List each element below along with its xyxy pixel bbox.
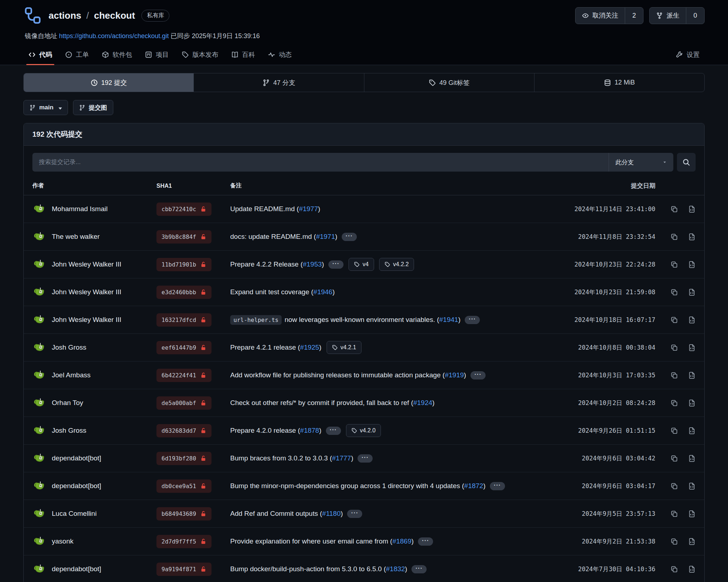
commit-message-text[interactable]: docs: update README.md ( [230,233,316,241]
author-name-link[interactable]: John Wesley Walker III [52,288,121,296]
copy-sha-button[interactable] [670,510,678,518]
author-name-link[interactable]: Orhan Toy [52,399,83,407]
tab-settings[interactable]: 设置 [671,47,705,65]
copy-sha-button[interactable] [670,455,678,462]
author-name-link[interactable]: dependabot[bot] [52,565,101,573]
tag-v4.2.2[interactable]: v4.2.2 [379,258,414,271]
stat-size[interactable]: 12 MiB [534,73,704,92]
view-files-at-commit-button[interactable] [688,455,696,462]
commit-message-text[interactable]: Prepare 4.2.2 Release ( [230,260,303,268]
commit-sha-button[interactable]: 2d7d9f7ff5 [156,535,211,548]
repo-name-link[interactable]: checkout [94,10,135,21]
expand-message-button[interactable]: ··· [418,537,433,546]
tab-projects[interactable]: 项目 [140,47,174,65]
author-name-link[interactable]: Josh Gross [52,427,86,435]
view-files-at-commit-button[interactable] [688,427,696,435]
commit-message-text[interactable]: now leverages well-known environment var… [285,316,439,324]
tab-issues[interactable]: 工单 [60,47,94,65]
expand-message-button[interactable]: ··· [328,260,343,269]
commit-sha-button[interactable]: 6b42224f41 [156,369,211,382]
author-name-link[interactable]: dependabot[bot] [52,482,101,490]
pr-number-link[interactable]: #1953 [303,260,322,268]
pr-number-link[interactable]: #1919 [445,371,464,379]
branch-filter-dropdown[interactable]: 此分支 [609,153,673,172]
pr-number-link[interactable]: #1971 [316,233,335,241]
pr-number-link[interactable]: #1777 [332,454,351,462]
stat-tags[interactable]: 49 Git标签 [364,73,534,92]
copy-sha-button[interactable] [670,288,678,296]
view-files-at-commit-button[interactable] [688,233,696,241]
author-name-link[interactable]: John Wesley Walker III [52,316,121,324]
copy-sha-button[interactable] [670,538,678,545]
author-name-link[interactable]: Josh Gross [52,344,86,351]
view-files-at-commit-button[interactable] [688,372,696,379]
pr-number-link[interactable]: #1872 [464,482,483,490]
expand-message-button[interactable]: ··· [347,510,362,518]
copy-sha-button[interactable] [670,233,678,241]
pr-number-link[interactable]: #1832 [386,565,405,573]
commit-sha-button[interactable]: 163217dfcd [156,313,211,327]
commit-sha-button[interactable]: d632683dd7 [156,424,211,437]
repo-owner-link[interactable]: actions [49,10,81,21]
pr-number-link[interactable]: #1946 [313,288,332,296]
pr-number-link[interactable]: #1869 [392,537,411,545]
commit-sha-button[interactable]: eef61447b9 [156,341,211,354]
watchers-count[interactable]: 2 [625,8,643,24]
commit-message-text[interactable]: Provide explanation for where user email… [230,537,392,545]
commit-sha-button[interactable]: 9a9194f871 [156,563,211,576]
copy-sha-button[interactable] [670,205,678,213]
view-files-at-commit-button[interactable] [688,399,696,407]
forks-count[interactable]: 0 [686,8,704,24]
copy-sha-button[interactable] [670,482,678,490]
view-files-at-commit-button[interactable] [688,482,696,490]
expand-message-button[interactable]: ··· [465,316,480,324]
pr-number-link[interactable]: #1180 [322,510,341,518]
pr-number-link[interactable]: #1924 [413,399,432,407]
author-name-link[interactable]: dependabot[bot] [52,454,101,462]
commit-message-text[interactable]: Prepare 4.2.0 release ( [230,427,300,435]
commit-sha-button[interactable]: 11bd71901b [156,258,211,271]
search-button[interactable] [677,153,696,172]
copy-sha-button[interactable] [670,261,678,268]
commit-message-text[interactable]: Expand unit test coverage ( [230,288,313,296]
author-name-link[interactable]: yasonk [52,537,73,545]
commit-message-text[interactable]: Bump the minor-npm-dependencies group ac… [230,482,464,490]
commit-message-text[interactable]: Bump docker/build-push-action from 5.3.0… [230,565,386,573]
tag-v4[interactable]: v4 [349,258,374,271]
tag-v4.2.0[interactable]: v4.2.0 [346,424,381,437]
expand-message-button[interactable]: ··· [342,233,357,241]
expand-message-button[interactable]: ··· [358,454,373,463]
fork-button[interactable]: 派生 0 [649,7,705,24]
commit-sha-button[interactable]: e3d2460bbb [156,286,211,299]
commit-sha-button[interactable]: b684943689 [156,507,211,520]
commit-message-text[interactable]: Add Ref and Commit outputs ( [230,510,322,518]
copy-sha-button[interactable] [670,427,678,435]
view-files-at-commit-button[interactable] [688,538,696,545]
tab-wiki[interactable]: 百科 [226,47,260,65]
copy-sha-button[interactable] [670,399,678,407]
stat-branches[interactable]: 47 分支 [194,73,364,92]
tab-releases[interactable]: 版本发布 [177,47,223,65]
commit-message-text[interactable]: Update README.md ( [230,205,299,213]
pr-number-link[interactable]: #1977 [299,205,318,213]
commit-sha-button[interactable]: db0cee9a51 [156,479,211,493]
view-files-at-commit-button[interactable] [688,510,696,518]
view-files-at-commit-button[interactable] [688,344,696,351]
unwatch-button[interactable]: 取消关注 2 [575,7,643,24]
pr-number-link[interactable]: #1878 [300,427,319,435]
commit-message-text[interactable]: Prepare 4.2.1 release ( [230,344,300,351]
author-name-link[interactable]: Luca Comellini [52,510,97,518]
commit-sha-button[interactable]: 3b9b8c884f [156,230,211,244]
view-files-at-commit-button[interactable] [688,205,696,213]
commit-message-text[interactable]: Add workflow file for publishing release… [230,371,445,379]
author-name-link[interactable]: John Wesley Walker III [52,260,121,268]
commit-graph-button[interactable]: 提交图 [73,100,113,115]
copy-sha-button[interactable] [670,316,678,324]
commit-search-input[interactable] [32,153,609,172]
expand-message-button[interactable]: ··· [490,482,505,490]
view-files-at-commit-button[interactable] [688,565,696,573]
expand-message-button[interactable]: ··· [411,565,427,573]
commit-sha-button[interactable]: de5a000abf [156,396,211,410]
commit-message-text[interactable]: Check out other refs/* by commit if prov… [230,399,413,407]
tag-v4.2.1[interactable]: v4.2.1 [327,341,362,354]
